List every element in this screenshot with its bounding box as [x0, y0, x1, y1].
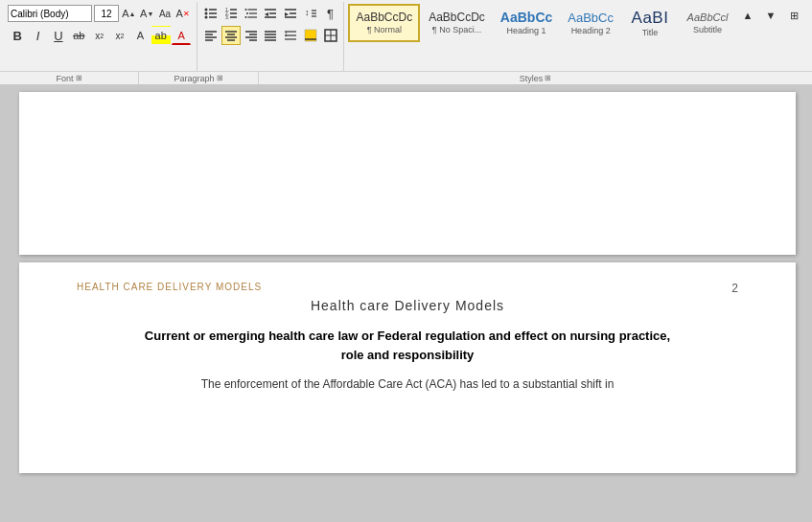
decrease-indent-btn[interactable] [261, 4, 280, 23]
italic-btn[interactable]: I [28, 26, 47, 45]
bold-heading-line1: Current or emerging health care law or F… [145, 329, 670, 343]
style-subtitle-preview: AaBbCcl [687, 12, 729, 23]
svg-text:↕: ↕ [305, 8, 310, 17]
multilevel-list-btn[interactable] [242, 4, 261, 23]
style-heading1-preview: AaBbCc [500, 11, 552, 24]
paragraph-group-label[interactable]: Paragraph ⊞ [139, 72, 259, 84]
svg-point-4 [205, 16, 208, 19]
subscript-btn[interactable]: x2 [89, 26, 108, 45]
font-top-row: A▲ A▼ Aa A✕ [8, 4, 191, 23]
sort-btn[interactable]: ↕ [301, 4, 320, 23]
strikethrough-btn[interactable]: ab [69, 26, 88, 45]
bullets-btn[interactable] [201, 4, 220, 23]
style-normal-label: ¶ Normal [367, 25, 402, 34]
superscript-btn[interactable]: x2 [110, 26, 129, 45]
svg-marker-23 [285, 12, 289, 16]
body-text: The enforcement of the Affordable Care A… [77, 375, 738, 394]
style-subtitle[interactable]: AaBbCcl Subtitle [680, 4, 735, 42]
style-heading1[interactable]: AaBbCc Heading 1 [494, 4, 559, 42]
font-bottom-row: B I U ab x2 x2 A ab A [8, 26, 191, 45]
paragraph-expand-icon[interactable]: ⊞ [217, 74, 223, 82]
para-bottom-row: ↕ [201, 26, 339, 45]
style-heading2-preview: AaBbCc [568, 11, 614, 24]
style-title-preview: AaBI [632, 10, 669, 26]
font-size-input[interactable] [94, 5, 119, 22]
style-heading2-label: Heading 2 [571, 26, 611, 35]
svg-text:3.: 3. [225, 14, 229, 20]
font-color-btn[interactable]: A [172, 26, 191, 45]
svg-point-14 [246, 12, 248, 14]
font-shrink-btn[interactable]: A▼ [139, 4, 155, 23]
bold-btn[interactable]: B [8, 26, 27, 45]
svg-point-12 [244, 9, 246, 11]
styles-group: AaBbCcDc ¶ Normal AaBbCcDc ¶ No Spaci...… [344, 2, 808, 71]
font-grow-btn[interactable]: A▲ [121, 4, 137, 23]
svg-text:↕: ↕ [284, 29, 289, 38]
show-marks-btn[interactable]: ¶ [321, 4, 340, 23]
bold-heading: Current or emerging health care law or F… [77, 327, 738, 364]
styles-more-btn[interactable]: ⊞ [783, 6, 804, 25]
underline-btn[interactable]: U [49, 26, 68, 45]
shading-btn[interactable] [301, 26, 320, 45]
document-area: HEALTH CARE DELIVERY MODELS 2 Health car… [0, 84, 812, 522]
line-spacing-btn[interactable]: ↕ [281, 26, 300, 45]
style-heading2[interactable]: AaBbCc Heading 2 [561, 4, 620, 42]
page-2: HEALTH CARE DELIVERY MODELS 2 Health car… [19, 262, 796, 473]
align-left-btn[interactable] [201, 26, 220, 45]
style-no-spacing-label: ¶ No Spaci... [432, 25, 481, 34]
svg-marker-19 [265, 12, 268, 16]
clear-formatting-btn[interactable]: A✕ [174, 4, 191, 23]
style-title-label: Title [642, 28, 659, 37]
style-normal[interactable]: AaBbCcDc ¶ Normal [348, 4, 420, 42]
document-title: Health care Delivery Models [77, 298, 738, 313]
font-group-label[interactable]: Font ⊞ [0, 72, 139, 84]
styles-scroll-down-btn[interactable]: ▼ [760, 6, 781, 25]
page-header: HEALTH CARE DELIVERY MODELS [77, 282, 738, 292]
font-expand-icon[interactable]: ⊞ [76, 74, 82, 82]
font-name-input[interactable] [8, 5, 92, 22]
group-labels-row: Font ⊞ Paragraph ⊞ Styles ⊞ [0, 71, 812, 84]
styles-scroll-up-btn[interactable]: ▲ [737, 6, 758, 25]
text-effects-btn[interactable]: A [130, 26, 150, 45]
ribbon: A▲ A▼ Aa A✕ B I U ab x2 x2 A ab A [0, 0, 812, 84]
ribbon-main: A▲ A▼ Aa A✕ B I U ab x2 x2 A ab A [0, 0, 812, 71]
align-center-btn[interactable] [221, 26, 241, 45]
highlight-btn[interactable]: ab [151, 26, 171, 45]
increase-indent-btn[interactable] [281, 4, 300, 23]
style-normal-preview: AaBbCcDc [356, 11, 412, 23]
paragraph-group: 1.2.3. ↕ ¶ [197, 2, 344, 71]
page-number: 2 [731, 282, 738, 295]
styles-row: AaBbCcDc ¶ Normal AaBbCcDc ¶ No Spaci...… [348, 4, 804, 69]
borders-btn[interactable] [321, 26, 340, 45]
style-subtitle-label: Subtitle [693, 25, 722, 34]
style-heading1-label: Heading 1 [507, 26, 546, 35]
svg-point-0 [205, 9, 208, 11]
para-top-row: 1.2.3. ↕ ¶ [201, 4, 339, 23]
styles-group-label[interactable]: Styles ⊞ [259, 72, 812, 84]
style-no-spacing-preview: AaBbCcDc [429, 11, 485, 23]
style-no-spacing[interactable]: AaBbCcDc ¶ No Spaci... [422, 4, 492, 42]
bold-heading-line2: role and responsibility [341, 348, 475, 362]
styles-expand-icon[interactable]: ⊞ [545, 74, 551, 82]
change-case-btn[interactable]: Aa [157, 4, 174, 23]
svg-point-2 [205, 12, 208, 15]
page-1 [19, 92, 796, 255]
align-right-btn[interactable] [242, 26, 261, 45]
svg-point-16 [244, 16, 246, 18]
justify-btn[interactable] [261, 26, 280, 45]
numbering-btn[interactable]: 1.2.3. [221, 4, 241, 23]
style-title[interactable]: AaBI Title [622, 4, 678, 42]
font-group: A▲ A▼ Aa A✕ B I U ab x2 x2 A ab A [4, 2, 197, 71]
